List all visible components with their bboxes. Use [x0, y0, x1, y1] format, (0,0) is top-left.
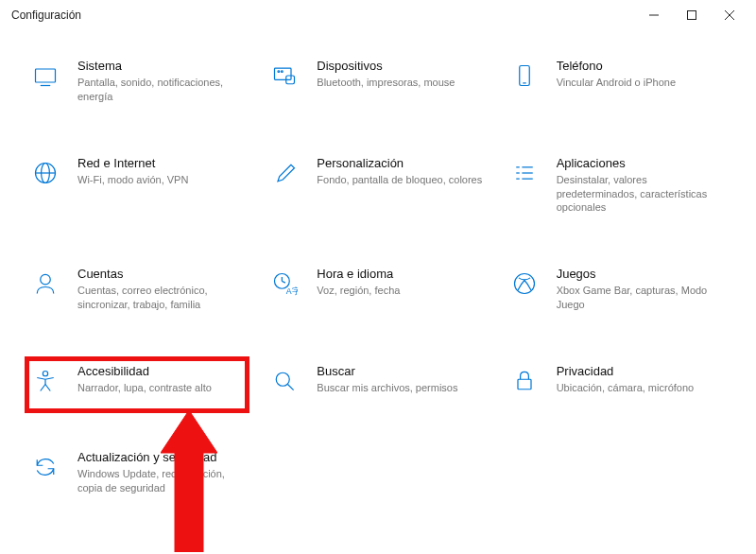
tile-desc: Cuentas, correo electrónico, sincronizar…	[77, 284, 248, 312]
phone-icon	[507, 59, 541, 93]
maximize-button[interactable]	[673, 0, 711, 30]
tile-desc: Xbox Game Bar, capturas, Modo Juego	[557, 284, 727, 312]
svg-rect-1	[688, 11, 696, 20]
paintbrush-icon	[267, 156, 301, 190]
search-icon	[267, 364, 301, 398]
tile-desc: Ubicación, cámara, micrófono	[557, 381, 695, 395]
person-icon	[28, 267, 62, 301]
svg-point-28	[277, 372, 290, 386]
tile-red[interactable]: Red e Internet Wi-Fi, modo avión, VPN	[28, 156, 249, 216]
svg-text:A字: A字	[286, 286, 298, 296]
tile-buscar[interactable]: Buscar Buscar mis archivos, permisos	[267, 364, 488, 398]
tile-hora[interactable]: A字 Hora e idioma Voz, región, fecha	[267, 267, 488, 312]
apps-list-icon	[507, 156, 541, 190]
tile-telefono[interactable]: Teléfono Vincular Android o iPhone	[507, 59, 728, 104]
tile-sistema[interactable]: Sistema Pantalla, sonido, notificaciones…	[28, 59, 249, 104]
minimize-button[interactable]	[635, 0, 673, 30]
window-title: Configuración	[8, 9, 635, 22]
tile-actualizacion[interactable]: Actualización y seguridad Windows Update…	[28, 450, 249, 495]
tile-title: Privacidad	[557, 364, 695, 378]
tile-title: Dispositivos	[317, 59, 455, 73]
tile-desc: Bluetooth, impresoras, mouse	[317, 76, 455, 90]
svg-line-29	[288, 384, 294, 390]
svg-point-8	[282, 71, 284, 73]
tile-title: Sistema	[77, 59, 248, 73]
time-language-icon: A字	[267, 267, 301, 301]
update-sync-icon	[28, 450, 62, 484]
tile-title: Red e Internet	[77, 156, 188, 170]
accessibility-icon	[28, 364, 62, 398]
tile-title: Buscar	[317, 364, 457, 378]
svg-line-24	[283, 282, 286, 284]
tile-desc: Fondo, pantalla de bloqueo, colores	[317, 173, 482, 187]
tile-desc: Narrador, lupa, contraste alto	[77, 381, 212, 395]
tile-desc: Pantalla, sonido, notificaciones, energí…	[77, 76, 248, 104]
titlebar: Configuración	[0, 0, 756, 30]
settings-grid-container: Sistema Pantalla, sonido, notificaciones…	[0, 30, 756, 505]
tile-aplicaciones[interactable]: Aplicaciones Desinstalar, valores predet…	[507, 156, 728, 216]
tile-desc: Wi-Fi, modo avión, VPN	[77, 173, 188, 187]
tile-privacidad[interactable]: Privacidad Ubicación, cámara, micrófono	[507, 364, 728, 398]
svg-point-27	[43, 371, 47, 375]
tile-title: Aplicaciones	[557, 156, 727, 170]
lock-icon	[507, 364, 541, 398]
close-button[interactable]	[711, 0, 748, 30]
tile-desc: Windows Update, recuperación, copia de s…	[77, 467, 248, 495]
tile-desc: Vincular Android o iPhone	[557, 76, 676, 90]
svg-rect-4	[36, 69, 56, 82]
tile-title: Personalización	[317, 156, 482, 170]
globe-icon	[28, 156, 62, 190]
svg-rect-6	[275, 68, 292, 79]
tile-title: Actualización y seguridad	[77, 450, 248, 464]
devices-icon	[267, 59, 301, 93]
svg-rect-30	[518, 379, 531, 390]
tile-title: Hora e idioma	[317, 267, 400, 281]
tile-juegos[interactable]: Juegos Xbox Game Bar, capturas, Modo Jue…	[507, 267, 728, 312]
tile-desc: Voz, región, fecha	[317, 284, 400, 298]
tile-desc: Desinstalar, valores predeterminados, ca…	[557, 173, 727, 216]
tile-personalizacion[interactable]: Personalización Fondo, pantalla de bloqu…	[267, 156, 488, 216]
tile-title: Juegos	[557, 267, 727, 281]
xbox-icon	[507, 267, 541, 301]
tile-cuentas[interactable]: Cuentas Cuentas, correo electrónico, sin…	[28, 267, 249, 312]
tile-title: Accesibilidad	[77, 364, 212, 378]
tile-dispositivos[interactable]: Dispositivos Bluetooth, impresoras, mous…	[267, 59, 488, 104]
svg-point-26	[514, 274, 534, 294]
display-icon	[28, 59, 62, 93]
tile-desc: Buscar mis archivos, permisos	[317, 381, 457, 395]
tile-accesibilidad[interactable]: Accesibilidad Narrador, lupa, contraste …	[28, 364, 249, 398]
tile-title: Teléfono	[557, 59, 676, 73]
svg-point-7	[278, 71, 280, 73]
svg-point-21	[41, 275, 51, 286]
tile-title: Cuentas	[77, 267, 248, 281]
